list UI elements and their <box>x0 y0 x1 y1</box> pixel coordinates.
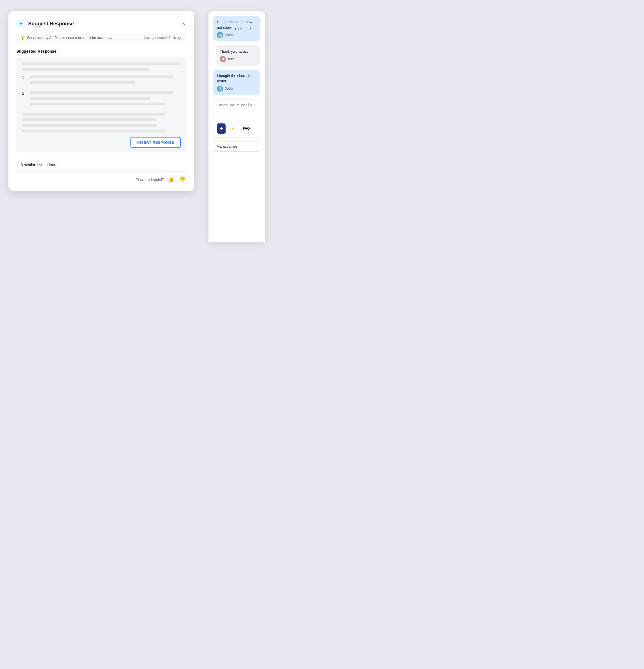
similar-issues-text: 3 similar issues found <box>20 162 59 167</box>
close-modal-button[interactable]: × <box>181 20 186 28</box>
thumbs-down-icon: 👎 <box>179 176 185 182</box>
item-2-lines <box>30 91 181 108</box>
response-content-box: 1 2 <box>16 57 186 153</box>
ai-notice-left: 💡 Generated by AI. Please ensure to chec… <box>20 35 112 40</box>
skeleton-b2 <box>22 118 157 121</box>
page-wrapper: Hi, I purchased a new not showing up in … <box>9 11 262 191</box>
skeleton-b4 <box>22 130 165 132</box>
item-number-1: 1 <box>22 75 26 80</box>
thumbs-up-icon: 👍 <box>168 176 174 182</box>
numbered-item-2: 2 <box>22 91 181 108</box>
modal-header: Suggest Response × <box>16 19 186 28</box>
bulb-icon: 💡 <box>20 35 25 40</box>
chevron-right-icon: › <box>16 162 18 167</box>
skeleton-1a <box>30 75 173 79</box>
insert-response-button[interactable]: INSERT RESPONSE <box>130 137 181 148</box>
skeleton-b3 <box>22 124 157 127</box>
skeleton-group-bottom <box>22 113 181 132</box>
item-1-lines <box>30 75 181 87</box>
ai-notice-bar: 💡 Generated by AI. Please ensure to chec… <box>16 33 186 43</box>
numbered-item-1: 1 <box>22 75 181 87</box>
helpful-label: Was this helpful? <box>136 177 164 182</box>
skeleton-2a <box>30 91 173 94</box>
skeleton-1b <box>30 81 135 84</box>
modal-title: Suggest Response <box>28 21 74 27</box>
thumbs-down-button[interactable]: 👎 <box>178 175 186 183</box>
skeleton-line-1 <box>22 62 181 66</box>
skeleton-b1 <box>22 113 165 116</box>
skeleton-group-top <box>22 62 181 71</box>
suggested-response-label: Suggested Response: <box>16 49 186 54</box>
item-number-2: 2 <box>22 91 26 96</box>
skeleton-2b <box>30 97 151 100</box>
insert-btn-row: INSERT RESPONSE <box>22 137 181 148</box>
thumbs-up-button[interactable]: 👍 <box>167 175 175 183</box>
modal-overlay: Suggest Response × 💡 Generated by AI. Pl… <box>9 11 262 191</box>
similar-issues-row[interactable]: › 3 similar issues found <box>16 158 186 171</box>
modal-title-row: Suggest Response <box>16 19 74 28</box>
skeleton-2c <box>30 103 166 105</box>
ai-notice-text: Generated by AI. Please ensure to check … <box>27 36 112 40</box>
last-generated-text: Last generated: 1min ago <box>144 36 183 40</box>
helpful-row: Was this helpful? 👍 👎 <box>16 171 186 183</box>
modal-ai-icon <box>16 19 25 28</box>
skeleton-line-2 <box>22 68 149 71</box>
suggest-response-modal: Suggest Response × 💡 Generated by AI. Pl… <box>9 11 195 191</box>
